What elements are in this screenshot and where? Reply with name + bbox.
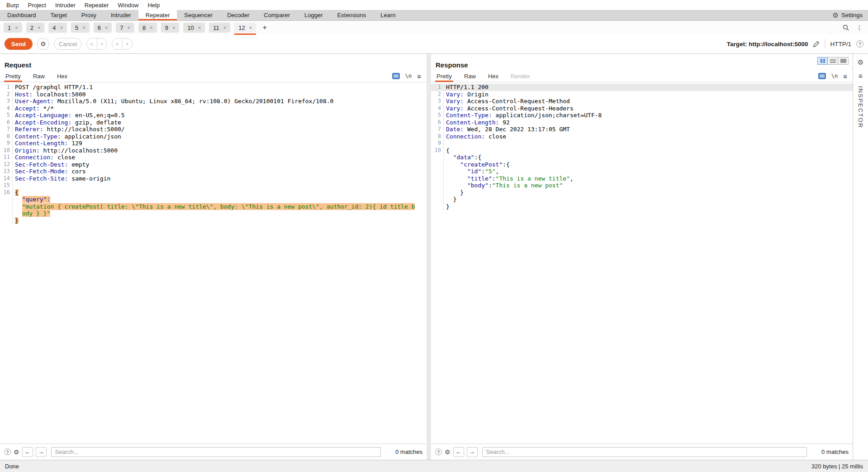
tab-extensions[interactable]: Extensions [330,10,374,20]
tab-comparer[interactable]: Comparer [256,10,297,20]
layout-rows-button[interactable] [828,57,838,65]
inspector-sidebar[interactable]: ⚙ ≡ INSPECTOR [853,54,868,460]
repeater-tab-12[interactable]: 12× [234,23,256,33]
menu-window[interactable]: Window [113,2,143,9]
inspector-label[interactable]: INSPECTOR [857,86,864,129]
cancel-button[interactable]: Cancel [54,38,82,50]
close-tab-icon[interactable]: × [223,25,226,30]
panel-splitter[interactable] [427,54,431,460]
syntax-highlight-icon[interactable] [818,73,826,79]
repeater-tab-10[interactable]: 10× [183,23,205,33]
settings-button[interactable]: ⚙ Settings [833,10,868,20]
help-icon[interactable]: ? [4,448,11,455]
tab-target[interactable]: Target [43,10,74,20]
prev-match-button[interactable]: ← [453,447,464,457]
repeater-tab-2[interactable]: 2× [26,23,45,33]
menu-help[interactable]: Help [143,2,164,9]
edit-target-pencil-icon[interactable] [813,41,820,48]
response-tab-hex[interactable]: Hex [488,70,498,82]
tab-logger[interactable]: Logger [297,10,330,20]
close-tab-icon[interactable]: × [249,25,252,30]
help-icon[interactable]: ? [856,40,863,48]
prev-match-button[interactable]: ← [22,447,33,457]
inspector-gear-icon[interactable]: ⚙ [858,59,863,66]
forward-arrow[interactable]: > [112,38,122,49]
close-tab-icon[interactable]: × [38,25,40,30]
code-text: Referer: http://localhost:5000/ [12,126,125,133]
close-tab-icon[interactable]: × [128,25,130,30]
forward-dropdown-icon[interactable]: ▾ [122,38,133,49]
newline-toggle-icon[interactable]: \n [405,73,412,79]
main-tabs: DashboardTargetProxyIntruderRepeaterSequ… [0,10,403,20]
layout-single-button[interactable] [838,57,849,65]
tab-repeater[interactable]: Repeater [138,10,177,20]
help-icon[interactable]: ? [435,448,442,455]
search-settings-gear-icon[interactable]: ⚙ [445,449,451,455]
code-text: Sec-Fetch-Dest: empty [12,161,89,168]
menu-intruder[interactable]: Intruder [51,2,80,9]
request-editor[interactable]: 1POST /graphql HTTP/1.12Host: localhost:… [0,82,427,443]
repeater-tab-11[interactable]: 11× [209,23,230,33]
tab-learn[interactable]: Learn [373,10,403,20]
close-tab-icon[interactable]: × [60,25,63,30]
request-search-input[interactable] [51,447,381,457]
request-title: Request [5,61,31,69]
menu-repeater[interactable]: Repeater [80,2,113,9]
newline-toggle-icon[interactable]: \n [831,73,838,79]
back-history-button[interactable]: < ▾ [86,38,107,50]
more-options-icon[interactable]: ⋮ [856,24,863,31]
repeater-tab-6[interactable]: 6× [94,23,112,33]
close-tab-icon[interactable]: × [82,25,85,30]
response-code-line: } [431,196,853,203]
http-version-label[interactable]: HTTP/1 [830,41,851,48]
close-tab-icon[interactable]: × [15,25,18,30]
repeater-tab-label: 5 [75,24,78,31]
menu-burp[interactable]: Burp [2,2,23,9]
line-number: 1 [431,84,443,91]
tab-dashboard[interactable]: Dashboard [0,10,43,20]
request-tab-pretty[interactable]: Pretty [5,70,21,82]
search-icon[interactable] [843,24,849,31]
response-tab-pretty[interactable]: Pretty [436,70,452,82]
request-tab-raw[interactable]: Raw [33,70,45,82]
back-arrow[interactable]: < [87,38,97,49]
tab-sequencer[interactable]: Sequencer [177,10,220,20]
search-settings-gear-icon[interactable]: ⚙ [14,449,19,455]
request-tab-hex[interactable]: Hex [57,70,67,82]
tab-proxy[interactable]: Proxy [74,10,104,20]
response-editor[interactable]: 1HTTP/1.1 2002Vary: Origin3Vary: Access-… [431,82,853,443]
menu-icon[interactable]: ≡ [843,73,847,80]
request-settings-button[interactable]: ⚙ [37,38,49,50]
menu-icon[interactable]: ≡ [417,73,421,80]
code-text: ody } }" [12,210,50,217]
menu-project[interactable]: Project [23,2,50,9]
request-panel: Request PrettyRawHex \n ≡ 1POST /graphql… [0,54,427,460]
syntax-highlight-icon[interactable] [392,73,400,79]
line-number: 13 [0,168,12,175]
repeater-tab-4[interactable]: 4× [48,23,67,33]
response-code-line: 10{ [431,147,853,154]
back-dropdown-icon[interactable]: ▾ [97,38,107,49]
response-tab-raw[interactable]: Raw [464,70,476,82]
close-tab-icon[interactable]: × [150,25,152,30]
repeater-tab-5[interactable]: 5× [71,23,90,33]
next-match-button[interactable]: → [36,447,47,457]
send-button[interactable]: Send [5,38,33,50]
tab-intruder[interactable]: Intruder [104,10,138,20]
next-match-button[interactable]: → [467,447,478,457]
repeater-tab-7[interactable]: 7× [116,23,134,33]
tab-decoder[interactable]: Decoder [220,10,256,20]
response-search-input[interactable] [482,447,807,457]
close-tab-icon[interactable]: × [198,25,201,30]
layout-columns-button[interactable] [817,57,828,65]
close-tab-icon[interactable]: × [105,25,108,30]
inspector-menu-icon[interactable]: ≡ [859,72,863,79]
line-number: 15 [0,182,12,189]
code-text: User-Agent: Mozilla/5.0 (X11; Ubuntu; Li… [12,98,333,105]
close-tab-icon[interactable]: × [172,25,175,30]
repeater-tab-8[interactable]: 8× [138,23,157,33]
repeater-tab-1[interactable]: 1× [4,23,22,33]
repeater-tab-9[interactable]: 9× [161,23,180,33]
forward-history-button[interactable]: > ▾ [112,38,133,50]
add-tab-button[interactable]: + [262,23,267,32]
